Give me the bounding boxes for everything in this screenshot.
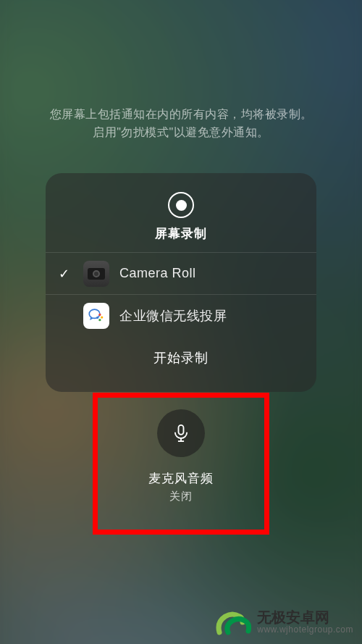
panel-title: 屏幕录制 — [155, 225, 207, 242]
svg-point-0 — [98, 313, 101, 315]
hint-line-1: 您屏幕上包括通知在内的所有内容，均将被录制。 — [0, 106, 362, 124]
microphone-icon — [157, 409, 205, 457]
microphone-toggle[interactable]: 麦克风音频 关闭 — [0, 409, 362, 503]
option-wecom-cast[interactable]: 企业微信无线投屏 — [46, 294, 316, 336]
start-recording-button[interactable]: 开始录制 — [46, 336, 316, 367]
watermark-logo-icon — [215, 608, 251, 637]
watermark: 无极安卓网 www.wjhotelgroup.com — [215, 608, 353, 637]
option-camera-roll[interactable]: ✓ Camera Roll — [46, 252, 316, 294]
watermark-url: www.wjhotelgroup.com — [257, 625, 353, 635]
option-label: 企业微信无线投屏 — [119, 307, 227, 325]
svg-rect-4 — [179, 425, 184, 435]
option-label: Camera Roll — [119, 266, 196, 281]
wecom-icon — [83, 303, 109, 329]
recording-hint: 您屏幕上包括通知在内的所有内容，均将被录制。 启用"勿扰模式"以避免意外通知。 — [0, 106, 362, 142]
panel-header: 屏幕录制 — [46, 173, 316, 252]
svg-point-1 — [101, 316, 103, 318]
svg-point-3 — [96, 316, 98, 318]
record-icon — [168, 192, 194, 218]
svg-point-2 — [98, 319, 101, 321]
microphone-state: 关闭 — [169, 490, 193, 503]
camera-roll-icon — [83, 261, 109, 287]
checkmark-icon: ✓ — [59, 266, 83, 282]
screen-recording-panel: 屏幕录制 ✓ Camera Roll 企业微信无线投屏 开始录制 — [46, 173, 316, 392]
microphone-title: 麦克风音频 — [148, 470, 214, 487]
hint-line-2: 启用"勿扰模式"以避免意外通知。 — [0, 124, 362, 142]
start-recording-label: 开始录制 — [153, 351, 209, 365]
watermark-name: 无极安卓网 — [257, 609, 353, 625]
